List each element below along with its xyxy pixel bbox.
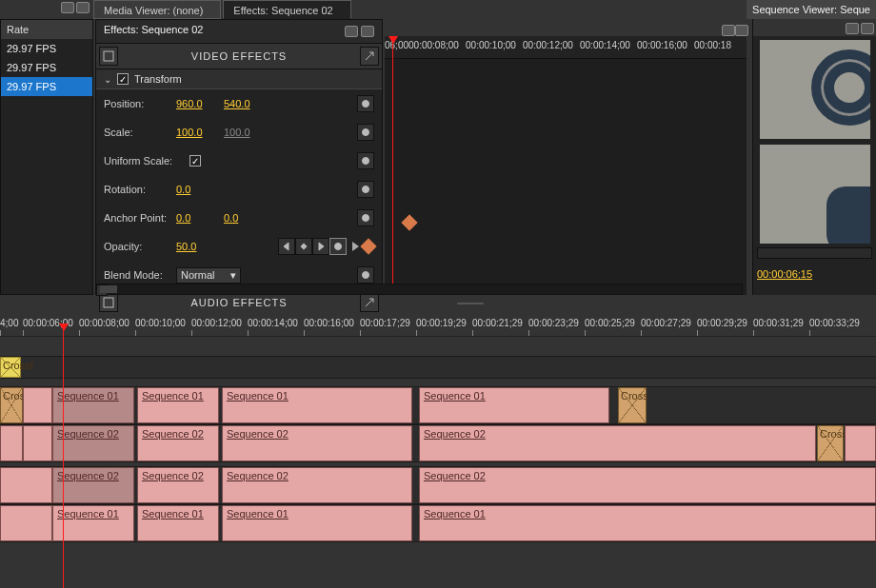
scale-keyframe-button[interactable] [357,124,374,141]
tab-media-viewer[interactable]: Media Viewer: (none) [93,0,221,19]
add-remove-keyframe-button[interactable] [295,238,312,255]
clip[interactable]: Sequence 01 [419,387,609,423]
svg-point-4 [363,186,369,193]
clip[interactable]: Sequence 01 [52,505,134,541]
effects-hscroll[interactable] [95,284,743,295]
rate-panel-close-icon[interactable] [76,2,90,13]
viewer-hscroll[interactable] [757,247,872,259]
timeline-playhead[interactable] [63,323,64,588]
effect-enable-checkbox[interactable] [117,73,129,85]
clip[interactable]: Sequence 02 [137,425,219,461]
scroll-handle[interactable] [100,285,117,293]
crossfade-clip[interactable]: Crossf [0,357,21,378]
clip[interactable]: Sequence 01 [52,387,134,423]
clip[interactable] [0,425,23,461]
clip[interactable] [845,425,876,461]
fx-panel-min-icon[interactable] [722,25,735,36]
rotation-value[interactable]: 0.0 [176,184,224,195]
svg-point-5 [363,215,369,222]
clip[interactable]: Sequence 01 [0,505,52,541]
position-keyframe-button[interactable] [357,95,374,112]
transform-section-header[interactable]: ⌄ Transform [96,69,382,89]
tab-effects[interactable]: Effects: Sequence 02 [223,0,350,19]
opacity-value[interactable]: 50.0 [176,241,224,252]
position-x-value[interactable]: 960.0 [176,98,224,109]
position-y-value[interactable]: 540.0 [224,98,271,109]
prev-keyframe-button[interactable] [278,238,295,255]
rotation-keyframe-button[interactable] [357,181,374,198]
viewer-close-icon[interactable] [861,23,874,34]
uniform-scale-keyframe-button[interactable] [357,152,374,169]
fx-tick: 00:00:10;00 [466,36,523,58]
collapse-icon: ⌄ [104,74,111,85]
tl-tick: 00:00:31;29 [753,314,809,336]
opacity-keyframe-diamond[interactable] [402,215,418,231]
svg-point-8 [363,272,369,279]
clip[interactable]: Sequence 02 [23,425,52,461]
tl-tick: 00:00:21;29 [472,314,528,336]
clip[interactable]: Sequence 02 [419,425,816,461]
tab-sequence-viewer[interactable]: Sequence Viewer: Seque [747,0,876,19]
keyframe-play-icon [352,242,359,251]
clip[interactable]: Sequence 01 [137,505,219,541]
fx-playhead[interactable] [392,36,393,295]
add-video-effect-icon[interactable] [99,47,118,66]
anchor-keyframe-button[interactable] [357,209,374,226]
clip[interactable]: Sequence 01 [23,387,52,423]
opacity-keyframe-button[interactable] [329,238,347,255]
track-row[interactable]: Crossf [0,356,876,379]
blend-mode-select[interactable]: Normal ▾ [176,267,241,284]
track-row[interactable]: Cross Sequence 01 Sequence 01 Sequence 0… [0,386,876,424]
svg-point-3 [363,158,369,165]
fx-ruler[interactable]: 06;00 00:00:08;00 00:00:10;00 00:00:12;0… [385,36,747,59]
fx-tick: 00:00:18 [694,36,742,58]
clip[interactable]: Sequence 02 [52,467,134,503]
anchor-y-value[interactable]: 0.0 [224,212,271,224]
tab-sequence-viewer-label: Sequence Viewer: Seque [752,4,870,15]
clip[interactable]: Sequence 02 [137,467,219,503]
rate-row[interactable]: 29.97 FPS [1,39,92,58]
viewer-min-icon[interactable] [846,23,859,34]
clip[interactable]: Sequence 02 [222,467,412,503]
rate-panel-min-icon[interactable] [61,2,74,13]
tl-tick: 00:00:14;00 [248,314,304,336]
rate-row[interactable]: 29.97 FPS [1,58,92,77]
track-row[interactable]: Sequence 02 Sequence 02 Sequence 02 Sequ… [0,466,876,504]
effects-panel-min-icon[interactable] [345,26,358,37]
preview-frame-top [758,38,872,141]
add-audio-effect-icon[interactable] [99,293,118,312]
panel-divider-handle[interactable] [457,303,505,308]
clip[interactable]: Sequence 02 [0,467,52,503]
clip[interactable]: Sequence 01 [222,387,412,423]
viewer-timecode[interactable]: 00:00:06;15 [753,261,876,287]
uniform-scale-checkbox[interactable] [189,155,201,167]
clip[interactable]: Sequence 01 [137,387,219,423]
video-effect-reorder-icon[interactable] [360,47,379,66]
crossfade-clip[interactable]: Cross [817,425,844,461]
svg-point-2 [363,129,369,136]
fx-panel-close-icon[interactable] [735,25,748,36]
tl-tick: 00:00:12;00 [191,314,248,336]
clip[interactable]: Sequence 02 [52,425,134,461]
clip[interactable]: Sequence 02 [222,425,412,461]
crossfade-clip[interactable]: Cross [0,387,23,423]
blend-keyframe-button[interactable] [357,266,374,284]
anchor-x-value[interactable]: 0.0 [176,212,224,224]
rate-row-selected[interactable]: 29.97 FPS [1,77,92,96]
timeline-ruler[interactable]: 4;00 00:00:06;00 00:00:08;00 00:00:10;00… [0,314,876,337]
crossfade-clip[interactable]: Cross [618,387,647,423]
track-row[interactable]: Sequence 02 Sequence 02 Sequence 02 Sequ… [0,424,876,462]
clip[interactable]: Sequence 01 [222,505,412,541]
clip[interactable]: Sequence 01 [419,505,876,541]
uniform-scale-label: Uniform Scale: [104,155,189,167]
scale-x-value[interactable]: 100.0 [176,127,224,138]
clip[interactable]: Sequence 02 [419,467,876,503]
opacity-label: Opacity: [104,241,176,252]
audio-effect-reorder-icon[interactable] [360,293,379,312]
track-row[interactable]: Sequence 01 Sequence 01 Sequence 01 Sequ… [0,504,876,542]
next-keyframe-button[interactable] [312,238,329,255]
fx-keyframe-area[interactable] [385,59,747,295]
tl-tick: 00:00:06;00 [23,314,79,336]
timeline-panel: 4;00 00:00:06;00 00:00:08;00 00:00:10;00… [0,314,876,588]
effects-panel-close-icon[interactable] [361,26,374,37]
